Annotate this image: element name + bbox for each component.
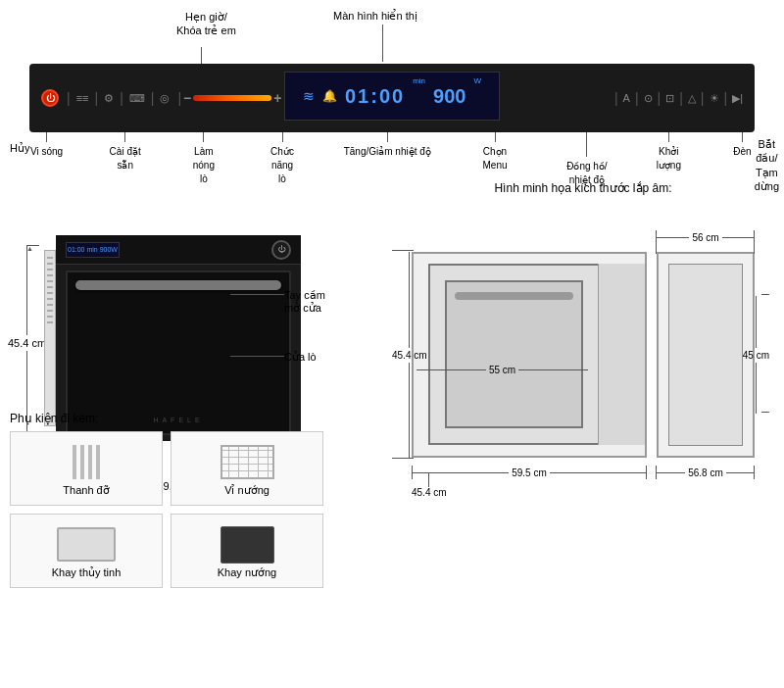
temp-slider: | − +: [177, 90, 281, 106]
wave-icon: ≋: [303, 88, 315, 104]
sep8: |: [658, 90, 662, 106]
dim-45-label: 45 cm: [743, 296, 769, 414]
callout-tay-cam: Tay cầm mở cửa: [284, 289, 325, 315]
oven-door: HAFELE: [66, 270, 291, 435]
play-icon[interactable]: ▶|: [732, 92, 743, 105]
side-cabinet-inner: [668, 264, 743, 446]
right-controls: | A | ⊙ | ⊡ | △ | ☀ | ▶|: [614, 90, 743, 106]
label-man-hinh: Màn hình hiển thị: [333, 10, 417, 23]
cai-dat-icon[interactable]: ⚙: [104, 92, 114, 105]
sep5: |: [177, 90, 181, 106]
label-huy: Hủy: [10, 142, 29, 155]
bell-icon: 🔔: [322, 89, 337, 103]
acc-label-khay-nuong: Khay nướng: [179, 566, 315, 579]
dim-454-height-label: 45.4 cm: [392, 252, 427, 458]
accessories-title: Phụ kiện đi kèm:: [10, 412, 323, 425]
dim-diagram-title: Hình minh họa kích thước lắp âm:: [392, 181, 774, 195]
acc-label-vi-nuong: Vỉ nướng: [179, 484, 315, 497]
acc-item-khay-thuy-tinh: Khay thủy tinh: [10, 514, 163, 588]
door-handle-sketch: [455, 292, 573, 300]
power-button[interactable]: ⏻: [41, 89, 59, 107]
label-vi-song: Vi sóng: [29, 132, 64, 186]
side-cabinet: [657, 252, 755, 458]
acc-item-thanh-do: Thanh đỡ: [10, 431, 163, 506]
cabinet-right-section: [598, 264, 645, 445]
sep1: |: [67, 90, 71, 106]
accessories-section: Phụ kiện đi kèm: Thanh đỡ: [10, 412, 323, 588]
dim-595-label: 59.5 cm: [412, 467, 647, 478]
dimension-section: Hình minh họa kích thước lắp âm:: [392, 181, 774, 507]
sep7: |: [635, 90, 639, 106]
vi-nuong-img: [179, 440, 315, 484]
display-temp-unit: W: [473, 76, 481, 85]
khay-thuy-tinh-img: [19, 522, 154, 566]
label-tang-giam: Tăng/Giảm nhiệt độ: [344, 132, 431, 186]
label-chuc-nang: Chức năng lò: [266, 132, 300, 186]
acc-item-khay-nuong: Khay nướng: [171, 514, 323, 588]
cabinet-oven-cutout: [428, 264, 600, 445]
dim-diagram: 56 cm 45 cm 55 cm 45.4 cm: [392, 203, 764, 507]
display-time: 01:00: [345, 85, 405, 108]
label-lam-nong: Làm nóng lò: [186, 132, 220, 186]
acc-label-thanh-do: Thanh đỡ: [19, 484, 154, 497]
accessories-grid: Thanh đỡ: [10, 431, 323, 588]
cabinet-outer: [412, 252, 647, 458]
label-khoi-luong: Khởi lượng: [652, 132, 686, 186]
sep4: |: [151, 90, 155, 106]
display-time-unit: min: [413, 76, 425, 85]
display-screen: ≋ 🔔 01:00 min 900 W: [284, 72, 500, 121]
khay-nuong-img: [179, 522, 315, 566]
cabinet-door-sketch: [445, 280, 583, 428]
temp-decrease-button[interactable]: −: [183, 90, 191, 106]
label-chon-menu: Chọn Menu: [475, 132, 514, 186]
callout-cua-lo: Cửa lò: [284, 351, 317, 364]
sep9: |: [679, 90, 683, 106]
dim-55-label: 55 cm: [416, 365, 588, 375]
sep10: |: [701, 90, 705, 106]
chuc-nang-icon[interactable]: ◎: [160, 92, 170, 105]
acc-label-khay-thuy-tinh: Khay thủy tinh: [19, 566, 154, 579]
temp-bar: [193, 95, 271, 101]
chon-menu-icon[interactable]: ⊙: [644, 92, 653, 105]
acc-item-vi-nuong: Vỉ nướng: [171, 431, 323, 506]
label-hen-gio: Hẹn giờ/ Khóa trẻ em: [176, 10, 236, 38]
sep2: |: [94, 90, 98, 106]
dim-568-label: 56.8 cm: [657, 467, 755, 478]
label-dong-ho: Đồng hồ/ nhiệt độ: [566, 132, 607, 186]
label-cai-dat: Cài đặt sẵn: [108, 132, 142, 186]
oven-handle: [75, 280, 281, 290]
khoi-luong-icon[interactable]: △: [688, 92, 696, 105]
thanh-do-img: [19, 440, 154, 484]
dim-56-label: 56 cm: [657, 232, 755, 243]
temp-increase-button[interactable]: +: [273, 90, 281, 106]
den-icon[interactable]: ☀: [710, 92, 719, 105]
sep6: |: [614, 90, 618, 106]
sep3: |: [120, 90, 123, 106]
control-panel: ⏻ | ≡≡ | ⚙ | ⌨ | ◎ | − + ≋ 🔔 01:00 min 9…: [29, 64, 755, 132]
display-temp: 900: [433, 85, 466, 108]
sep11: |: [724, 90, 728, 106]
left-controls: | ≡≡ | ⚙ | ⌨ | ◎: [67, 90, 170, 106]
vi-song-icon[interactable]: ≡≡: [76, 92, 89, 104]
label-den: Đèn: [730, 132, 755, 186]
sep-icon: A: [623, 92, 630, 104]
clock-icon[interactable]: ⊡: [665, 92, 674, 105]
lam-nong-icon[interactable]: ⌨: [129, 92, 145, 105]
